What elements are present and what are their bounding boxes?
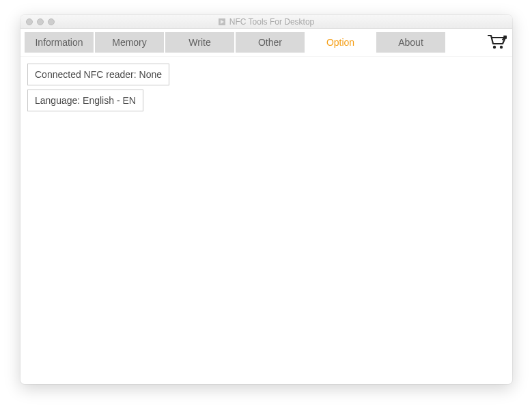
tab-label: Information	[35, 37, 83, 48]
tab-label: About	[398, 37, 423, 48]
window-title: NFC Tools For Desktop	[229, 17, 314, 27]
tab-label: Option	[326, 37, 354, 48]
cart-button[interactable]	[486, 32, 508, 53]
svg-point-0	[493, 46, 496, 49]
traffic-lights	[20, 18, 55, 25]
tab-information[interactable]: Information	[25, 32, 94, 53]
svg-point-1	[500, 46, 503, 49]
tab-label: Write	[188, 37, 210, 48]
titlebar: NFC Tools For Desktop	[20, 15, 512, 29]
zoom-window-button[interactable]	[48, 18, 55, 25]
cart-icon	[488, 34, 507, 51]
tab-label: Other	[258, 37, 282, 48]
close-window-button[interactable]	[26, 18, 33, 25]
tab-label: Memory	[112, 37, 147, 48]
tab-about[interactable]: About	[376, 32, 445, 53]
language-button[interactable]: Language: English - EN	[27, 90, 143, 111]
app-icon	[219, 18, 225, 25]
tab-option[interactable]: Option	[306, 32, 375, 53]
tab-bar: Information Memory Write Other Option Ab…	[20, 29, 512, 57]
tab-memory[interactable]: Memory	[95, 32, 164, 53]
tab-write[interactable]: Write	[165, 32, 234, 53]
language-label: Language: English - EN	[35, 95, 136, 106]
nfc-reader-button[interactable]: Connected NFC reader: None	[27, 64, 169, 85]
tab-other[interactable]: Other	[236, 32, 305, 53]
app-window: NFC Tools For Desktop Information Memory…	[20, 15, 512, 384]
content-area: Connected NFC reader: None Language: Eng…	[20, 57, 512, 384]
nfc-reader-label: Connected NFC reader: None	[35, 69, 162, 80]
window-title-wrap: NFC Tools For Desktop	[20, 17, 512, 27]
minimize-window-button[interactable]	[37, 18, 44, 25]
